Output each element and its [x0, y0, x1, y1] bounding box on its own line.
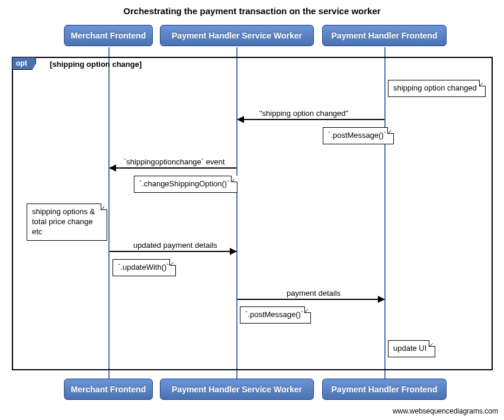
- diagram-title: Orchestrating the payment transaction on…: [0, 6, 504, 16]
- participant-frontend-top: Payment Handler Frontend: [322, 25, 447, 46]
- note-postmessage-2: `.postMessage()`: [240, 306, 311, 324]
- sequence-diagram: Orchestrating the payment transaction on…: [0, 0, 504, 420]
- message-shipping-option-changed: "shipping option changed": [259, 109, 348, 118]
- note-changeshippingoption: `.changeShippingOption()`: [134, 176, 237, 193]
- arrow-m1: [237, 119, 384, 120]
- note-shipping-options-total: shipping options & total price change et…: [27, 203, 107, 241]
- participant-frontend-bottom: Payment Handler Frontend: [322, 379, 447, 400]
- note-postmessage-1: `.postMessage()`: [323, 127, 394, 144]
- participant-worker-bottom: Payment Handler Service Worker: [160, 379, 314, 400]
- attribution: www.websequencediagrams.com: [393, 407, 498, 415]
- participant-merchant-top: Merchant Frontend: [64, 25, 153, 46]
- opt-condition: [shipping option change]: [50, 60, 142, 69]
- arrow-m4: [237, 299, 384, 300]
- participant-merchant-bottom: Merchant Frontend: [64, 379, 153, 400]
- message-payment-details: payment details: [287, 289, 341, 298]
- note-updatewith: `.updateWith()`: [113, 259, 176, 276]
- message-updated-payment-details: updated payment details: [133, 241, 217, 250]
- arrow-m3: [110, 251, 236, 252]
- participant-worker-top: Payment Handler Service Worker: [160, 25, 314, 46]
- note-update-ui: update UI: [388, 340, 435, 357]
- note-shipping-option-changed: shipping option changed: [388, 80, 486, 97]
- opt-tag: opt: [12, 57, 36, 70]
- message-shippingoptionchange-event: `shippingoptionchange` event: [124, 157, 225, 166]
- arrow-m2: [110, 167, 236, 169]
